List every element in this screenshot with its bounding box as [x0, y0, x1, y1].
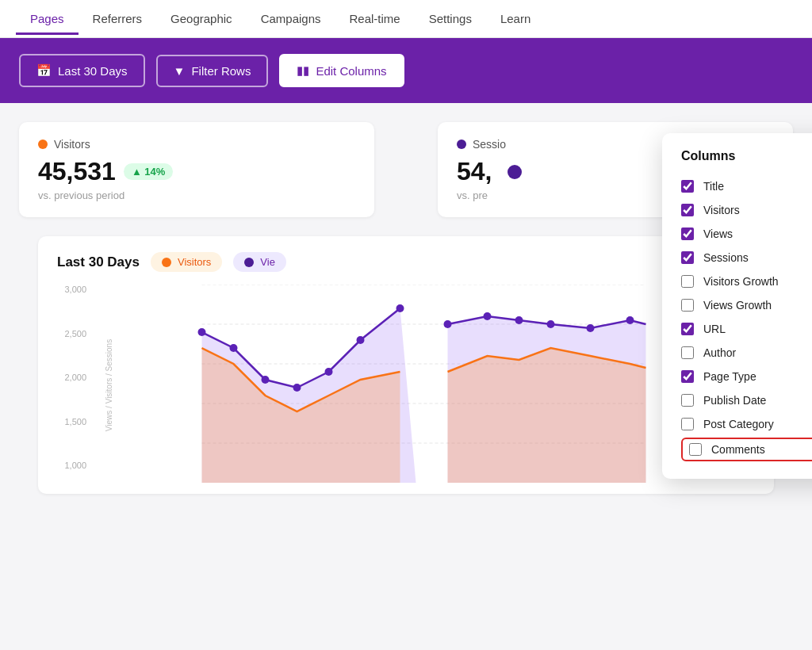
column-visitors-growth-checkbox[interactable] — [681, 275, 694, 288]
y-label-3000: 3,000 — [57, 285, 86, 294]
chart-svg-container: Views / Visitors / Sessions — [93, 285, 755, 486]
svg-point-15 — [547, 320, 555, 328]
y-label-2500: 2,500 — [57, 329, 86, 338]
column-page-type-checkbox[interactable] — [681, 370, 694, 383]
svg-point-8 — [293, 384, 301, 392]
column-visitors[interactable]: Visitors — [681, 198, 812, 222]
column-views-growth[interactable]: Views Growth — [681, 293, 812, 317]
visitors-label: Visitors — [38, 138, 355, 151]
y-axis: 3,000 2,500 2,000 1,500 1,000 — [57, 285, 93, 486]
page-wrap: Pages Referrers Geographic Campaigns Rea… — [0, 0, 812, 650]
legend-visitors[interactable]: Visitors — [151, 252, 222, 272]
column-page-type[interactable]: Page Type — [681, 365, 812, 388]
svg-point-5 — [198, 328, 206, 336]
y-label-1500: 1,500 — [57, 417, 86, 426]
sessions-dot — [457, 140, 466, 149]
edit-columns-button[interactable]: ▮▮ Edit Columns — [279, 54, 404, 87]
visitors-card: Visitors 45,531 ▲ 14% vs. previous perio… — [19, 122, 374, 217]
column-post-category-checkbox[interactable] — [681, 418, 694, 430]
chart-body: 3,000 2,500 2,000 1,500 1,000 — [57, 285, 755, 486]
toolbar: 📅 Last 30 Days ▼ Filter Rows ▮▮ Edit Col… — [0, 38, 812, 103]
svg-point-13 — [484, 312, 492, 320]
legend-views-dot — [244, 258, 254, 267]
edit-columns-label: Edit Columns — [316, 64, 386, 78]
svg-point-6 — [230, 344, 238, 352]
nav-bar: Pages Referrers Geographic Campaigns Rea… — [0, 0, 812, 38]
date-range-button[interactable]: 📅 Last 30 Days — [19, 54, 145, 87]
card-spacer — [390, 122, 422, 217]
legend-views[interactable]: Vie — [233, 252, 286, 272]
nav-item-realtime[interactable]: Real-time — [335, 2, 415, 35]
columns-panel: Columns Title Visitors Views Sessions Vi… — [662, 133, 812, 479]
column-views[interactable]: Views — [681, 222, 812, 246]
column-comments[interactable]: Comments — [681, 438, 812, 461]
column-sessions[interactable]: Sessions — [681, 246, 812, 270]
filter-icon: ▼ — [174, 64, 186, 78]
column-views-checkbox[interactable] — [681, 228, 694, 240]
legend-visitors-dot — [162, 258, 171, 267]
filter-rows-label: Filter Rows — [191, 64, 251, 78]
column-views-growth-checkbox[interactable] — [681, 299, 694, 312]
svg-point-16 — [587, 324, 595, 332]
column-visitors-checkbox[interactable] — [681, 204, 694, 216]
column-sessions-checkbox[interactable] — [681, 251, 694, 264]
visitors-value: 45,531 ▲ 14% — [38, 157, 355, 186]
svg-point-7 — [262, 376, 270, 384]
dropdown-title: Columns — [681, 149, 812, 163]
svg-point-9 — [325, 368, 333, 376]
visitors-dot — [38, 140, 48, 149]
column-url-checkbox[interactable] — [681, 323, 694, 335]
column-publish-date-checkbox[interactable] — [681, 394, 694, 407]
column-comments-checkbox[interactable] — [689, 443, 702, 456]
nav-item-settings[interactable]: Settings — [415, 2, 486, 35]
svg-point-11 — [396, 304, 404, 312]
nav-item-referrers[interactable]: Referrers — [79, 2, 157, 35]
y-axis-label: Views / Visitors / Sessions — [105, 339, 113, 431]
svg-point-10 — [357, 336, 365, 344]
svg-point-12 — [444, 320, 452, 328]
chart-svg — [93, 285, 755, 483]
column-title-checkbox[interactable] — [681, 180, 694, 193]
calendar-icon: 📅 — [36, 63, 52, 78]
column-visitors-growth[interactable]: Visitors Growth — [681, 270, 812, 293]
views-stat-dot — [508, 165, 522, 179]
chart-title: Last 30 Days — [57, 254, 140, 270]
nav-item-pages[interactable]: Pages — [16, 2, 79, 35]
y-label-2000: 2,000 — [57, 373, 86, 382]
date-range-label: Last 30 Days — [58, 64, 128, 78]
column-title[interactable]: Title — [681, 174, 812, 198]
svg-point-17 — [626, 316, 634, 324]
column-author[interactable]: Author — [681, 341, 812, 365]
column-publish-date[interactable]: Publish Date — [681, 388, 812, 412]
columns-icon: ▮▮ — [297, 63, 309, 78]
nav-item-campaigns[interactable]: Campaigns — [247, 2, 335, 35]
column-url[interactable]: URL — [681, 317, 812, 341]
svg-point-14 — [515, 316, 523, 324]
column-post-category[interactable]: Post Category — [681, 412, 812, 436]
y-label-1000: 1,000 — [57, 461, 86, 470]
chart-header: Last 30 Days Visitors Vie — [57, 252, 755, 272]
column-author-checkbox[interactable] — [681, 346, 694, 359]
filter-rows-button[interactable]: ▼ Filter Rows — [156, 55, 269, 87]
nav-item-learn[interactable]: Learn — [486, 2, 545, 35]
nav-item-geographic[interactable]: Geographic — [156, 2, 247, 35]
visitors-sub: vs. previous period — [38, 189, 355, 201]
visitors-badge: ▲ 14% — [124, 163, 174, 180]
